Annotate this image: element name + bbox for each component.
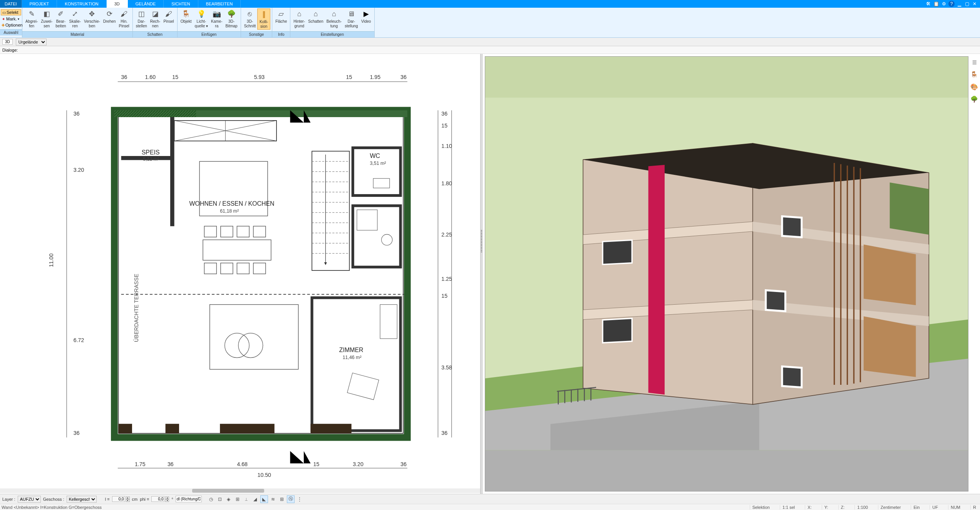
- svg-text:1.75: 1.75: [135, 461, 146, 467]
- group-label-material: Material: [22, 31, 132, 37]
- maximize-icon[interactable]: ▢: [964, 1, 970, 7]
- snap-mid-icon[interactable]: ◈: [225, 495, 233, 503]
- status-num: NUM: [948, 505, 963, 510]
- close-icon[interactable]: ✕: [972, 1, 978, 7]
- 3d-viewport[interactable]: [485, 56, 968, 492]
- phi-spin-up[interactable]: ▴: [165, 497, 169, 499]
- length-spin-up[interactable]: ▴: [126, 497, 130, 499]
- svg-text:61,18 m²: 61,18 m²: [220, 208, 239, 214]
- length-spin-down[interactable]: ▾: [126, 499, 130, 502]
- menu-tab-sichten[interactable]: SICHTEN: [164, 0, 198, 8]
- abgreifen-button[interactable]: ✎Abgrei- fen: [24, 8, 39, 29]
- layer-select[interactable]: AUFZUG: [18, 496, 41, 503]
- right-toolbox: ≣ 🪑 🎨 🌳: [969, 58, 979, 103]
- menu-tab-3d[interactable]: 3D: [107, 0, 128, 8]
- pinsel-button[interactable]: 🖌Pinsel: [162, 8, 175, 25]
- phi-spin-down[interactable]: ▾: [165, 499, 169, 502]
- palette-icon[interactable]: 🎨: [970, 82, 978, 91]
- dialoge-bar: Dialoge:: [0, 46, 980, 54]
- bearbeiten-button[interactable]: ✐Bear- beiten: [54, 8, 67, 29]
- verschieben-button[interactable]: ✥Verschie- ben: [82, 8, 102, 29]
- hinpinsel-button[interactable]: 🖌Hin. Pinsel: [117, 8, 131, 29]
- north-icon[interactable]: Ⓝ: [287, 495, 295, 503]
- floorplan-svg[interactable]: 36 1.60 15 5.93 15 1.95 36 11.00 36 3.20…: [46, 58, 469, 490]
- bottom-toolbar: Layer : AUFZUG Geschoss : Kellergesch l …: [0, 494, 980, 504]
- chair-icon[interactable]: 🪑: [970, 70, 978, 79]
- clock-icon[interactable]: ◷: [207, 495, 215, 503]
- video-button[interactable]: ▶Video: [360, 8, 373, 25]
- snap-perp-icon[interactable]: ⟂: [243, 495, 250, 503]
- flaeche-button[interactable]: ▱Fläche: [274, 8, 288, 25]
- darstellen-button[interactable]: ◫Dar- stellen: [134, 8, 149, 29]
- svg-rect-80: [311, 424, 352, 433]
- svg-rect-114: [782, 366, 802, 387]
- rechnen-button[interactable]: ◪Rech- nen: [149, 8, 162, 29]
- dialoge-label: Dialoge:: [2, 48, 18, 52]
- length-input[interactable]: [112, 496, 125, 502]
- svg-text:36: 36: [441, 111, 447, 117]
- drehen-button[interactable]: ⟳Drehen: [102, 8, 117, 25]
- urgelaende-select[interactable]: Urgelände: [16, 39, 47, 45]
- selekt-button[interactable]: ▭Selekt: [1, 9, 21, 15]
- phi-unit: °: [171, 497, 173, 502]
- schatten-set-button[interactable]: ⌂Schatten: [307, 8, 325, 25]
- svg-text:1.10: 1.10: [441, 143, 452, 149]
- grid-icon[interactable]: ⊞: [278, 495, 286, 503]
- tree-icon[interactable]: 🌳: [970, 95, 978, 103]
- layers-icon[interactable]: ≣: [970, 58, 978, 66]
- hintergrund-button[interactable]: ⌂Hinter- grund: [292, 8, 307, 29]
- menu-tab-gelaende[interactable]: GELÄNDE: [128, 0, 164, 8]
- svg-rect-112: [782, 216, 802, 237]
- status-y: Y:: [822, 505, 831, 510]
- snap-layer3-icon[interactable]: ≋: [269, 495, 277, 503]
- group-label-auswahl: Auswahl: [0, 29, 22, 35]
- 3dbitmap-button[interactable]: 🌳3D- Bitmap: [224, 8, 239, 29]
- geschoss-select[interactable]: Kellergesch: [67, 496, 97, 503]
- svg-text:36: 36: [74, 430, 80, 436]
- clipboard-icon[interactable]: 📋: [933, 1, 939, 7]
- floorplan-pane[interactable]: 36 1.60 15 5.93 15 1.95 36 11.00 36 3.20…: [0, 54, 480, 494]
- tools-icon[interactable]: 🛠: [925, 1, 931, 7]
- status-x: X:: [805, 505, 814, 510]
- menu-tab-projekt[interactable]: PROJEKT: [22, 0, 57, 8]
- svg-text:3,51 m²: 3,51 m²: [370, 161, 386, 166]
- svg-rect-79: [220, 424, 275, 433]
- more-icon[interactable]: ⋮: [296, 495, 303, 503]
- menu-tab-datei[interactable]: DATEI: [0, 0, 22, 8]
- snap-input[interactable]: [176, 496, 202, 502]
- kollision-button[interactable]: ‖Kolli- sion: [257, 8, 270, 30]
- svg-text:3.20: 3.20: [353, 461, 364, 467]
- 3d-view-pane[interactable]: ≣ 🪑 🎨 🌳: [482, 54, 980, 494]
- snap-layer1-icon[interactable]: ◢: [251, 495, 259, 503]
- zuweisen-button[interactable]: ◧Zuwei- sen: [39, 8, 54, 29]
- main-menu-bar: DATEI PROJEKT KONSTRUKTION 3D GELÄNDE SI…: [0, 0, 980, 8]
- help-icon[interactable]: ?: [948, 1, 955, 7]
- svg-rect-28: [114, 110, 196, 117]
- optionen-button[interactable]: ✚Optionen: [1, 22, 21, 28]
- minimize-icon[interactable]: ▁: [956, 1, 962, 7]
- svg-text:ÜBERDACHTE TERRASSE: ÜBERDACHTE TERRASSE: [133, 274, 139, 342]
- menu-tab-konstruktion[interactable]: KONSTRUKTION: [57, 0, 106, 8]
- lichtquelle-button[interactable]: 💡Licht- quelle ▾: [193, 8, 209, 29]
- phi-input[interactable]: [151, 496, 164, 502]
- svg-text:11,46 m²: 11,46 m²: [343, 355, 362, 360]
- kamera-button[interactable]: 📷Kame- ra: [209, 8, 224, 29]
- 3dschnitt-button[interactable]: ⎋3D- Schnitt: [243, 8, 258, 29]
- plan-hscroll[interactable]: [0, 488, 480, 493]
- status-r: R: [970, 505, 978, 510]
- svg-text:15: 15: [441, 122, 447, 129]
- snap-layer2-icon[interactable]: ◣: [260, 495, 268, 503]
- menu-tab-bearbeiten[interactable]: BEARBEITEN: [198, 0, 241, 8]
- skalieren-button[interactable]: ⤢Skalie- ren: [68, 8, 83, 29]
- snap-endpoint-icon[interactable]: ⊡: [216, 495, 224, 503]
- darstellung-button[interactable]: 🖥Dar- stellung: [343, 8, 359, 29]
- beleuchtung-button[interactable]: ⌂Beleuch- tung: [325, 8, 343, 29]
- workspace: 36 1.60 15 5.93 15 1.95 36 11.00 36 3.20…: [0, 54, 980, 494]
- svg-text:36: 36: [441, 430, 447, 436]
- objekt-button[interactable]: 🪑Objekt: [179, 8, 193, 25]
- mark-button[interactable]: ✦Mark.▾: [1, 16, 21, 22]
- settings-icon[interactable]: ⚙: [941, 1, 947, 7]
- svg-text:WOHNEN / ESSEN / KOCHEN: WOHNEN / ESSEN / KOCHEN: [189, 200, 275, 207]
- geschoss-label: Geschoss :: [43, 497, 64, 502]
- snap-intersect-icon[interactable]: ⊞: [234, 495, 241, 503]
